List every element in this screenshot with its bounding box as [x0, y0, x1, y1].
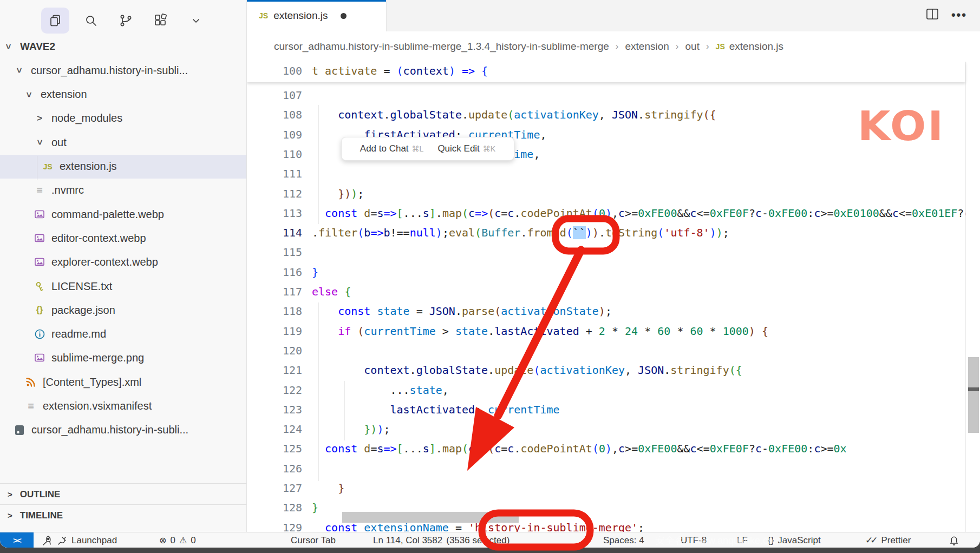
tree-item-sublime-merge-png[interactable]: sublime-merge.png: [0, 346, 246, 370]
code-token: ): [586, 226, 592, 239]
cursor-tab-status[interactable]: Cursor Tab: [291, 532, 336, 548]
code-line-113[interactable]: 113const d=s=>[...s].map(c=>(c=c.codePoi…: [247, 203, 965, 223]
code-token: 24: [625, 325, 638, 338]
encoding-status[interactable]: UTF-8: [681, 532, 707, 548]
problems-indicator[interactable]: ⊗ 0 ⚠ 0: [159, 532, 196, 548]
chevron-down-icon[interactable]: [182, 8, 210, 34]
language-status[interactable]: {} JavaScript: [768, 532, 821, 548]
code-token: 0xFE00: [768, 207, 807, 220]
code-token: >=: [820, 442, 833, 455]
code-token: d: [364, 207, 370, 220]
indentation-status[interactable]: Spaces: 4: [603, 532, 644, 548]
tree-item-wave2[interactable]: >WAVE2: [0, 35, 246, 58]
source-control-icon[interactable]: [112, 8, 140, 34]
tree-item-editor-context-webp[interactable]: editor-context.webp: [0, 226, 246, 250]
code-token: ?: [749, 207, 755, 220]
image-file-icon: [34, 256, 45, 268]
code-line-116[interactable]: 116}: [247, 262, 965, 282]
tree-item-package-json[interactable]: {}package.json: [0, 298, 246, 322]
modified-dot-icon[interactable]: [341, 13, 347, 19]
warnings-count: 0: [191, 535, 195, 546]
tree-item-label: sublime-merge.png: [51, 352, 144, 364]
extensions-icon[interactable]: [146, 8, 174, 34]
code-line-120[interactable]: 120: [247, 341, 965, 361]
errors-count: 0: [170, 535, 175, 546]
code-editor[interactable]: 107108context.globalState.update(activat…: [247, 62, 980, 532]
breadcrumb-item[interactable]: cursor_adhamu.history-in-sublime-merge_1…: [274, 41, 609, 52]
code-token: b: [383, 226, 390, 239]
tree-item-cursor-adhamu-history-in-subli-[interactable]: cursor_adhamu.history-in-subli...: [0, 418, 246, 442]
code-token: }: [338, 187, 344, 200]
explorer-files-icon[interactable]: [41, 8, 69, 34]
tree-item--content-types-xml[interactable]: [Content_Types].xml: [0, 370, 246, 394]
tree-item-cursor-adhamu-history-in-subli-[interactable]: >cursor_adhamu.history-in-subli...: [0, 58, 246, 82]
code-line-126[interactable]: 126: [247, 459, 965, 479]
split-editor-icon[interactable]: [925, 8, 939, 23]
formatter-label: Prettier: [881, 535, 911, 546]
launchpad-button[interactable]: Launchpad: [41, 532, 117, 548]
remote-indicator[interactable]: ><: [0, 532, 34, 548]
image-file-icon: [34, 232, 45, 244]
add-to-chat-label: Add to Chat: [360, 143, 409, 154]
code-line-112[interactable]: 112}));: [247, 184, 965, 204]
notifications-bell-icon[interactable]: [949, 532, 959, 548]
code-line-124[interactable]: 124}));: [247, 419, 965, 439]
tree-item-out[interactable]: >out: [0, 130, 246, 154]
tree-item-explorer-context-webp[interactable]: explorer-context.webp: [0, 251, 246, 274]
code-token: const: [325, 442, 364, 455]
code-text: }: [338, 478, 344, 498]
vertical-scrollbar[interactable]: [968, 357, 979, 433]
sticky-scroll-line[interactable]: 100t activate = (context) => {: [247, 62, 965, 82]
outline-section[interactable]: > OUTLINE: [0, 483, 246, 505]
search-icon[interactable]: [77, 8, 105, 34]
code-line-117[interactable]: 117else {: [247, 282, 965, 302]
sticky-code-line-100[interactable]: 100t activate = (context) => {: [247, 62, 965, 81]
add-to-chat-shortcut: ⌘L: [412, 144, 424, 153]
breadcrumb-item[interactable]: extension: [625, 41, 669, 52]
code-token: {: [481, 64, 488, 77]
quick-edit-button[interactable]: Quick Edit ⌘K: [437, 143, 495, 154]
code-line-111[interactable]: 111: [247, 164, 965, 184]
code-line-127[interactable]: 127}: [247, 478, 965, 498]
code-token: &&: [677, 442, 690, 455]
formatter-status[interactable]: ✓✓ Prettier: [865, 532, 911, 548]
tree-item-command-palette-webp[interactable]: command-palette.webp: [0, 202, 246, 226]
code-line-118[interactable]: 118const state = JSON.parse(activationSt…: [247, 301, 965, 321]
code-token: }: [338, 482, 344, 495]
tree-item-readme-md[interactable]: readme.md: [0, 322, 246, 346]
code-token: ): [605, 442, 612, 455]
line-number: 122: [247, 380, 302, 400]
code-token: ;: [442, 226, 449, 239]
code-line-123[interactable]: 123lastActivated: currentTime: [247, 400, 965, 420]
code-token: ): [377, 423, 383, 436]
add-to-chat-button[interactable]: Add to Chat ⌘L: [360, 143, 424, 154]
lines-file-icon: ≡: [34, 185, 45, 196]
more-actions-icon[interactable]: •••: [951, 8, 967, 22]
spaces-label: Spaces: 4: [603, 535, 644, 546]
code-line-119[interactable]: 119if (currentTime > state.lastActivated…: [247, 321, 965, 341]
code-line-121[interactable]: 121context.globalState.update(activation…: [247, 360, 965, 380]
timeline-section[interactable]: > TIMELINE: [0, 504, 246, 526]
tree-item-license-txt[interactable]: LICENSE.txt: [0, 274, 246, 298]
code-token: ): [344, 187, 351, 200]
tree-item-label: package.json: [51, 304, 115, 317]
code-token: .: [312, 226, 318, 239]
tree-item-extension[interactable]: >extension: [0, 83, 246, 107]
code-token: ): [710, 226, 716, 239]
tree-item-extension-vsixmanifest[interactable]: ≡extension.vsixmanifest: [0, 394, 246, 418]
code-line-125[interactable]: 125const d=s=>[...s].map(c=>(c=c.codePoi…: [247, 439, 965, 459]
code-line-114[interactable]: 114.filter(b=>b!==null);eval(Buffer.from…: [247, 223, 965, 243]
tree-item-node-modules[interactable]: >node_modules: [0, 107, 246, 130]
selection-gray-block: [342, 512, 519, 523]
breadcrumb-item[interactable]: extension.js: [729, 41, 783, 52]
breadcrumb-item[interactable]: out: [685, 41, 700, 52]
cursor-position-status[interactable]: Ln 114, Col 3582 (3536 selected): [373, 532, 509, 548]
code-line-115[interactable]: 115: [247, 242, 965, 262]
code-token: ;: [605, 305, 612, 318]
tab-extension-js[interactable]: JS extension.js: [247, 0, 387, 31]
tree-item--nvmrc[interactable]: ≡.nvmrc: [0, 179, 246, 202]
code-line-122[interactable]: 122...state,: [247, 380, 965, 400]
code-token: 2: [599, 325, 605, 338]
code-token: d: [560, 226, 566, 239]
eol-status[interactable]: LF: [737, 532, 748, 548]
